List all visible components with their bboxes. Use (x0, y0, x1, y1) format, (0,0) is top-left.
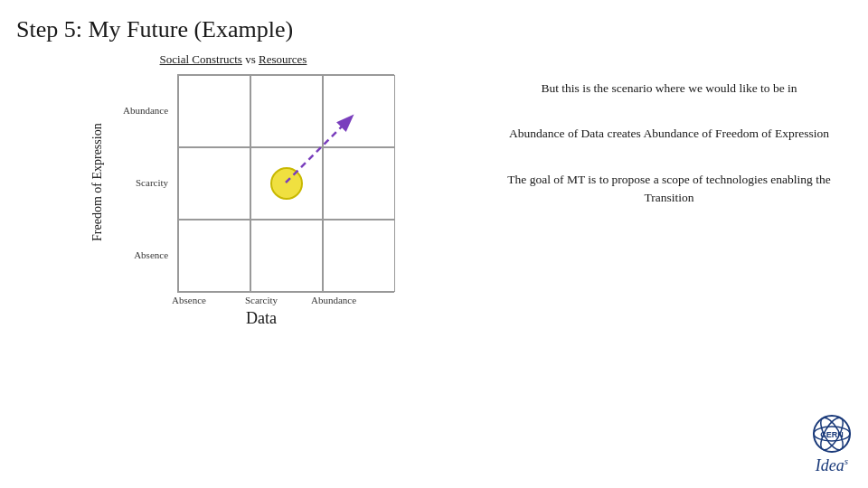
chart-grid (177, 74, 394, 293)
descriptions-panel: But this is the scenario where we would … (450, 52, 852, 328)
chart-title-part2: Resources (259, 52, 307, 66)
svg-text:CERN: CERN (820, 430, 844, 439)
y-label-0: Abundance (123, 105, 168, 116)
main-content: Social Constructs vs Resources Freedom o… (0, 52, 868, 328)
cell-1-2 (323, 147, 395, 220)
chart-area: Social Constructs vs Resources Freedom o… (16, 52, 450, 328)
description-0: But this is the scenario where we would … (486, 80, 852, 98)
cell-2-0 (178, 220, 250, 292)
x-label-2: Abundance (297, 295, 370, 305)
chart-title-vs: vs (242, 52, 259, 66)
cell-2-2 (323, 220, 395, 292)
yellow-circle (270, 167, 303, 200)
cell-0-2 (323, 75, 395, 147)
y-label-2: Absence (134, 249, 168, 260)
chart-title-part1: Social Constructs (160, 52, 242, 66)
x-label-0: Absence (153, 295, 225, 305)
y-axis-title: Freedom of Expression (72, 74, 123, 291)
ideas-label: Ideas (816, 455, 848, 475)
cell-0-0 (178, 75, 250, 147)
cern-logo-icon: CERN (812, 414, 852, 454)
cell-1-1 (250, 147, 323, 220)
description-2: The goal of MT is to propose a scope of … (486, 171, 852, 208)
cell-2-1 (250, 220, 323, 292)
x-label-1: Scarcity (225, 295, 297, 305)
y-label-1: Scarcity (136, 177, 168, 188)
cell-1-0 (178, 147, 250, 220)
cell-0-1 (250, 75, 323, 147)
logo-area: CERN Ideas (812, 414, 852, 475)
chart-title: Social Constructs vs Resources (160, 52, 307, 67)
x-axis-title: Data (246, 309, 277, 328)
page-title: Step 5: My Future (Example) (0, 0, 868, 43)
description-1: Abundance of Data creates Abundance of F… (486, 125, 852, 143)
